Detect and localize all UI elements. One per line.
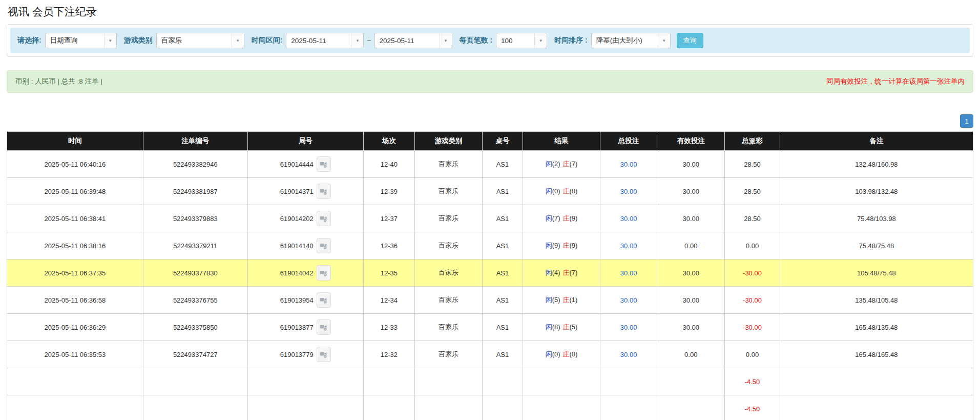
round-id: 619013779 <box>280 351 314 358</box>
valid-bet-cell: 30.00 <box>657 314 725 341</box>
video-replay-button[interactable] <box>317 184 331 199</box>
time-cell: 2025-05-11 06:36:58 <box>7 287 143 314</box>
total-bet-link[interactable]: 30.00 <box>620 242 637 250</box>
banker-result: 庄 <box>563 350 570 358</box>
banker-result: 庄 <box>563 269 570 276</box>
table-no-cell: AS1 <box>482 314 523 341</box>
date-to-value: 2025-05-11 <box>375 33 440 48</box>
total-bet-link[interactable]: 30.00 <box>620 161 637 168</box>
payout-cell: 0.00 <box>725 232 780 259</box>
page-container: 视讯 会员下注纪录 请选择: 日期查询 ▼ 游戏类别 百家乐 ▼ 时间区间: 2… <box>0 5 980 420</box>
bet-id-cell: 522493376755 <box>143 287 247 314</box>
table-row: 2025-05-11 06:36:58 522493376755 6190139… <box>7 287 973 314</box>
payout-cell: -30.00 <box>725 314 780 341</box>
summary-empty-cell <box>780 395 973 420</box>
banker-points: (0) <box>570 350 578 358</box>
round-cell: 619014444 <box>247 151 363 178</box>
bet-id-cell: 522493382946 <box>143 151 247 178</box>
video-replay-button[interactable] <box>317 292 331 308</box>
chevron-down-icon[interactable]: ▼ <box>104 33 116 48</box>
date-type-value: 日期查询 <box>46 33 104 48</box>
total-bet-link[interactable]: 30.00 <box>620 296 637 304</box>
round-id: 619013877 <box>280 324 314 331</box>
video-replay-button[interactable] <box>317 211 331 226</box>
date-to-input[interactable]: 2025-05-11 ▼ <box>374 33 452 48</box>
round-cell: 619014371 <box>247 178 363 205</box>
game-cell: 百家乐 <box>414 259 482 287</box>
table-header: 时间注单编号局号场次游戏类别桌号结果总投注有效投注总派彩备注 <box>7 132 973 151</box>
table-no-cell: AS1 <box>482 341 523 368</box>
query-button[interactable]: 查询 <box>677 33 703 48</box>
payout-cell: 0.00 <box>725 341 780 368</box>
chevron-down-icon[interactable]: ▼ <box>232 33 244 48</box>
round-cell: 619014042 <box>247 259 363 287</box>
banker-points: (7) <box>570 269 578 276</box>
remark-cell: 165.48/165.48 <box>780 341 973 368</box>
round-cell: 619013779 <box>247 341 363 368</box>
bet-id-cell: 522493374727 <box>143 341 247 368</box>
total-bet-link[interactable]: 30.00 <box>620 188 637 195</box>
total-bet-cell: 30.00 <box>600 232 657 259</box>
total-bet-cell: 30.00 <box>600 205 657 232</box>
valid-bet-cell: 30.00 <box>657 178 725 205</box>
summary-valid-bet: 180.00 <box>657 395 725 420</box>
video-replay-button[interactable] <box>317 347 331 362</box>
date-from-input[interactable]: 2025-05-11 ▼ <box>286 33 364 48</box>
per-page-value: 100 <box>496 33 534 48</box>
video-replay-button[interactable] <box>317 238 331 253</box>
game-type-select[interactable]: 百家乐 ▼ <box>156 33 244 48</box>
summary-label: 总计 <box>7 395 143 420</box>
chevron-down-icon[interactable]: ▼ <box>658 33 670 48</box>
player-result: 闲 <box>546 350 552 358</box>
session-cell: 12-35 <box>363 259 414 287</box>
chevron-down-icon[interactable]: ▼ <box>351 33 363 48</box>
game-type-label: 游戏类别 <box>124 36 153 45</box>
player-result: 闲 <box>546 242 552 249</box>
chevron-down-icon[interactable]: ▼ <box>440 33 452 48</box>
game-cell: 百家乐 <box>414 232 482 259</box>
video-replay-button[interactable] <box>317 265 331 281</box>
session-cell: 12-37 <box>363 205 414 232</box>
chevron-down-icon[interactable]: ▼ <box>534 33 547 48</box>
total-bet-link[interactable]: 30.00 <box>620 324 637 331</box>
bet-id-cell: 522493379211 <box>143 232 247 259</box>
summary-empty-cell <box>247 368 363 395</box>
payout-cell: -30.00 <box>725 259 780 287</box>
date-type-select[interactable]: 日期查询 ▼ <box>45 33 117 48</box>
time-cell: 2025-05-11 06:36:29 <box>7 314 143 341</box>
round-id: 619014202 <box>280 215 314 223</box>
player-points: (4) <box>552 269 560 276</box>
summary-note-text: 同局有效投注，统一计算在该局第一张注单内 <box>826 77 965 86</box>
filter-bar: 请选择: 日期查询 ▼ 游戏类别 百家乐 ▼ 时间区间: 2025-05-11 … <box>10 28 970 53</box>
banker-result: 庄 <box>563 323 570 331</box>
summary-empty-cell <box>780 368 973 395</box>
summary-row: 总计8240.00180.00-4.50 <box>7 395 973 420</box>
table-no-cell: AS1 <box>482 178 523 205</box>
bet-id-cell: 522493375850 <box>143 314 247 341</box>
video-replay-button[interactable] <box>317 319 331 335</box>
time-cell: 2025-05-11 06:38:41 <box>7 205 143 232</box>
remark-cell: 105.48/75.48 <box>780 259 973 287</box>
total-bet-link[interactable]: 30.00 <box>620 351 637 358</box>
payout-cell: 28.50 <box>725 178 780 205</box>
game-cell: 百家乐 <box>414 287 482 314</box>
valid-bet-cell: 0.00 <box>657 232 725 259</box>
session-cell: 12-36 <box>363 232 414 259</box>
page-1-button[interactable]: 1 <box>960 114 973 128</box>
bet-id-cell: 522493381987 <box>143 178 247 205</box>
table-footer: 小计8240.00180.00-4.50总计8240.00180.00-4.50 <box>7 368 973 420</box>
total-bet-link[interactable]: 30.00 <box>620 269 637 277</box>
filter-panel: 请选择: 日期查询 ▼ 游戏类别 百家乐 ▼ 时间区间: 2025-05-11 … <box>7 24 973 57</box>
total-bet-link[interactable]: 30.00 <box>620 215 637 223</box>
range-separator: ~ <box>367 36 371 45</box>
game-cell: 百家乐 <box>414 341 482 368</box>
round-id: 619014140 <box>280 242 314 250</box>
video-replay-button[interactable] <box>317 156 331 172</box>
time-sort-select[interactable]: 降幂(由大到小) ▼ <box>591 33 671 48</box>
per-page-select[interactable]: 100 ▼ <box>496 33 547 48</box>
player-result: 闲 <box>546 160 552 168</box>
total-bet-cell: 30.00 <box>600 178 657 205</box>
date-from-value: 2025-05-11 <box>286 33 351 48</box>
round-id: 619014444 <box>280 161 314 168</box>
column-header: 注单编号 <box>143 132 247 151</box>
